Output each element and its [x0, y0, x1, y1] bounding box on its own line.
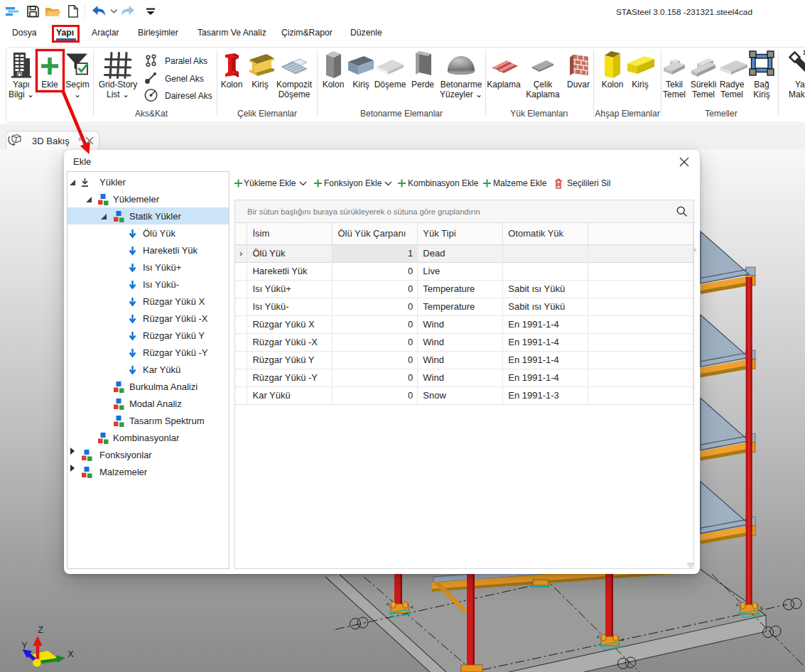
svg-text:Z: Z [38, 625, 43, 635]
svg-text:Y: Y [21, 641, 28, 651]
svg-text:X: X [67, 649, 74, 659]
